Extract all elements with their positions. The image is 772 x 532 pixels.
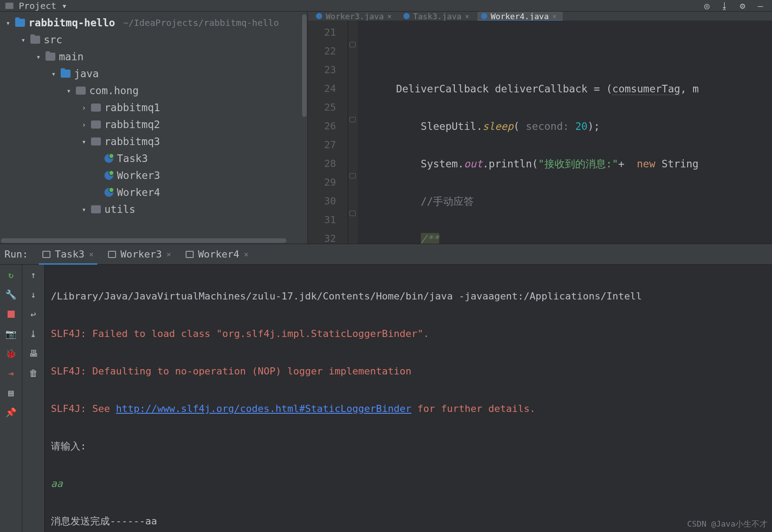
tree-item-main[interactable]: main: [59, 51, 83, 62]
trash-icon[interactable]: 🗑: [28, 367, 39, 379]
tree-item-rabbitmq3[interactable]: rabbitmq3: [104, 136, 160, 147]
project-tree[interactable]: ▾ rabbitmq-hello ~/IdeaProjects/rabbitmq…: [0, 12, 308, 244]
rerun-icon[interactable]: ↻: [5, 269, 17, 281]
chevron-down-icon[interactable]: ▾: [4, 19, 12, 27]
run-config-icon: [108, 251, 116, 258]
code-text: comsumerTag: [612, 83, 680, 95]
line-number: 26: [308, 117, 336, 136]
run-config-icon: [42, 251, 50, 258]
tree-item-comhong[interactable]: com.hong: [89, 85, 139, 96]
close-icon[interactable]: ×: [166, 249, 171, 259]
fold-handle[interactable]: [349, 42, 356, 47]
gear-icon[interactable]: ⚙: [736, 1, 749, 10]
folder-icon: [30, 36, 40, 44]
package-icon: [91, 205, 101, 213]
class-icon: [104, 188, 113, 197]
camera-icon[interactable]: 📷: [5, 328, 17, 340]
console-output[interactable]: /Library/Java/JavaVirtualMachines/zulu-1…: [45, 265, 772, 532]
java-file-icon: [403, 13, 410, 19]
run-tab-worker3[interactable]: Worker3 ×: [102, 244, 178, 265]
code-text: DeliverCallback deliverCallback = (: [396, 83, 612, 95]
bug-icon[interactable]: 🐞: [5, 348, 17, 359]
download-icon[interactable]: ⭳: [718, 1, 731, 10]
tree-item-rabbitmq1[interactable]: rabbitmq1: [104, 102, 160, 113]
hide-icon[interactable]: —: [754, 1, 767, 10]
project-root[interactable]: rabbitmq-hello: [29, 17, 115, 29]
line-number: 25: [308, 98, 336, 117]
console-error-line: SLF4J: Defaulting to no-operation (NOP) …: [51, 362, 772, 381]
chevron-down-icon[interactable]: ▾: [80, 137, 87, 146]
chevron-down-icon[interactable]: ▾: [65, 87, 72, 95]
run-tab-worker4[interactable]: Worker4 ×: [179, 244, 255, 265]
editor-tab-task3[interactable]: Task3.java ×: [400, 12, 476, 21]
stop-button[interactable]: [5, 308, 17, 320]
layout-icon[interactable]: ▤: [5, 387, 17, 399]
code-text: new: [637, 158, 656, 170]
tree-item-utils[interactable]: utils: [104, 204, 135, 215]
code-text: sleep: [482, 121, 513, 132]
editor-tab-label: Worker4.java: [491, 12, 549, 21]
tree-item-src[interactable]: src: [44, 34, 62, 46]
chevron-right-icon[interactable]: ›: [80, 121, 87, 129]
editor-tab-worker3[interactable]: Worker3.java ×: [312, 12, 398, 21]
line-number: 24: [308, 79, 336, 98]
line-number: 31: [308, 211, 336, 229]
fold-handle[interactable]: [349, 211, 356, 216]
run-tab-task3[interactable]: Task3 ×: [36, 244, 100, 265]
code-text: +: [618, 158, 637, 170]
console-error-line: SLF4J: See: [51, 403, 116, 414]
close-icon[interactable]: ×: [89, 249, 94, 259]
scroll-end-icon[interactable]: ⤓: [28, 328, 39, 340]
chevron-right-icon[interactable]: ›: [80, 104, 87, 112]
line-number: 21: [308, 23, 336, 42]
code-hint: second:: [519, 121, 575, 132]
line-gutter[interactable]: 21 22 23 24 25 26 27 28 29 30 31 32: [308, 21, 348, 244]
package-icon: [91, 137, 101, 145]
code-comment: /**: [421, 233, 440, 244]
chevron-down-icon[interactable]: ▾: [80, 205, 87, 214]
run-label: Run:: [4, 249, 28, 260]
wrench-icon[interactable]: 🔧: [5, 289, 17, 300]
chevron-down-icon[interactable]: ▾: [35, 53, 42, 61]
locate-icon[interactable]: ◎: [701, 1, 713, 10]
close-icon[interactable]: ×: [387, 12, 392, 21]
package-icon: [91, 104, 101, 112]
vertical-scrollbar[interactable]: [302, 14, 307, 117]
line-number: 32: [308, 229, 336, 244]
console-link[interactable]: http://www.slf4j.org/codes.html#StaticLo…: [116, 403, 411, 414]
code-text: , m: [680, 83, 699, 95]
exit-icon[interactable]: ⇥: [5, 367, 17, 379]
close-icon[interactable]: ×: [244, 249, 249, 259]
print-icon[interactable]: 🖶: [28, 348, 39, 359]
down-icon[interactable]: ↓: [28, 289, 39, 300]
tree-item-worker4[interactable]: Worker4: [117, 187, 160, 198]
code-text: );: [588, 121, 600, 132]
package-icon: [76, 87, 86, 95]
code-text: "接收到的消息:": [538, 158, 618, 170]
chevron-down-icon[interactable]: ▾: [20, 36, 27, 44]
chevron-down-icon[interactable]: ▾: [50, 70, 57, 78]
fold-handle[interactable]: [349, 173, 356, 179]
tree-item-java[interactable]: java: [74, 68, 99, 79]
fold-gutter[interactable]: [348, 21, 358, 244]
code-editor[interactable]: 21 22 23 24 25 26 27 28 29 30 31 32: [308, 21, 772, 244]
tree-item-rabbitmq2[interactable]: rabbitmq2: [104, 119, 160, 130]
up-icon[interactable]: ↑: [28, 269, 39, 281]
source-folder-icon: [61, 70, 71, 78]
soft-wrap-icon[interactable]: ↩: [28, 308, 39, 320]
fold-handle[interactable]: [349, 117, 356, 122]
pin-icon[interactable]: 📌: [5, 407, 17, 418]
close-icon[interactable]: ×: [465, 12, 469, 21]
tree-item-task3[interactable]: Task3: [117, 153, 148, 164]
project-dropdown[interactable]: Project: [19, 0, 56, 11]
tree-item-worker3[interactable]: Worker3: [117, 170, 160, 181]
horizontal-scrollbar[interactable]: [1, 238, 286, 243]
line-number: 28: [308, 154, 336, 173]
class-icon: [104, 171, 113, 180]
close-icon[interactable]: ×: [552, 12, 557, 21]
console-line: 请输入:: [51, 437, 772, 456]
folder-icon: [46, 53, 55, 61]
console-error-line: for further details.: [411, 403, 535, 414]
editor-tab-worker4[interactable]: Worker4.java ×: [477, 12, 563, 21]
line-number: 30: [308, 192, 336, 211]
